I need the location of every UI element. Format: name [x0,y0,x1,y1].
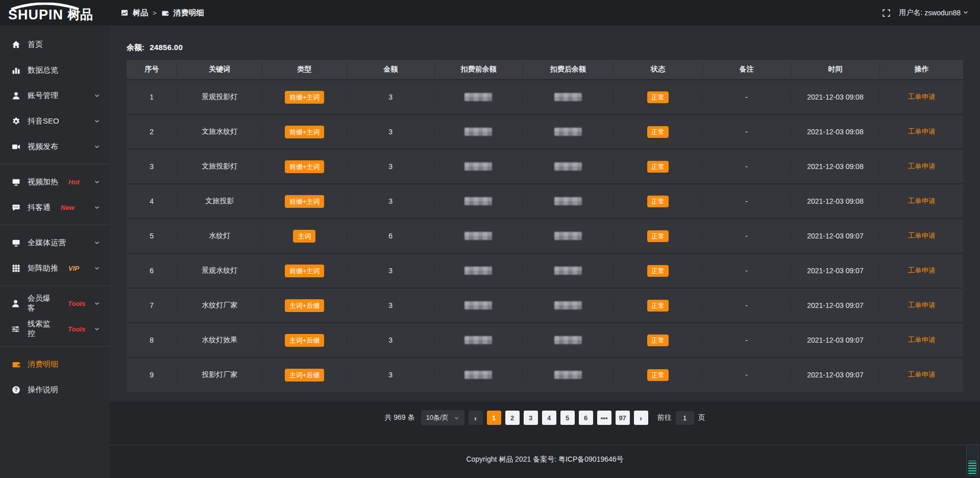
copyright-text: Copyright 树品 2021 备案号: 粤ICP备09019646号 [466,455,623,463]
sidebar-item-data-overview[interactable]: 数据总览 [0,57,110,83]
chevron-down-icon [92,179,102,185]
sidebar-item-lead-monitor[interactable]: 线索监控Tools [0,316,110,342]
sidebar-item-account-management[interactable]: 账号管理 [0,83,110,108]
logo-arc-icon [6,3,84,10]
work-order-link[interactable]: 工单申请 [908,301,936,309]
balance-after-cell [522,265,613,277]
fullscreen-icon[interactable] [882,9,891,17]
balance-label: 余额: [127,43,144,52]
sidebar: 首页数据总览账号管理抖音SEO视频发布视频加热Hot抖客通New全媒体运营矩阵助… [0,26,110,478]
brand-logo[interactable]: SHUPIN 树品 [0,0,110,26]
action-cell: 工单申请 [879,333,963,347]
censored-balance-before [464,371,492,379]
balance-after-cell [522,126,613,138]
sidebar-item-matrix-boost[interactable]: 矩阵助推VIP [0,255,110,281]
balance-before-cell [434,195,523,207]
sidebar-item-douketong[interactable]: 抖客通New [0,195,110,220]
sidebar-divider [0,225,110,225]
amount-cell: 3 [347,195,434,207]
action-cell: 工单申请 [879,195,963,208]
censored-balance-after [554,371,582,379]
chevron-down-icon [92,118,102,124]
floating-widget[interactable] [966,444,978,476]
page-ellipsis-button[interactable]: ••• [597,411,611,425]
sidebar-item-member-baoke[interactable]: 会员爆客Tools [0,291,110,316]
remark-cell: - [702,195,791,207]
work-order-link[interactable]: 工单申请 [908,232,936,240]
row-index-cell: 9 [127,369,177,381]
chevron-down-icon [92,144,102,150]
keyword-cell: 水纹灯厂家 [177,299,262,312]
breadcrumb-separator: > [153,9,157,17]
table-row: 3文旅投影灯前缀+主词3正常-2021-12-03 09:08工单申请 [127,149,963,183]
balance-before-cell [434,369,523,381]
user-menu[interactable]: 用户名: zswodun88 [899,8,969,17]
work-order-link[interactable]: 工单申请 [908,128,936,135]
work-order-link[interactable]: 工单申请 [908,197,936,205]
status-cell: 正常 [613,194,702,209]
chevron-down-icon [92,204,102,210]
page-button-6[interactable]: 6 [579,411,593,425]
page-button-97[interactable]: 97 [616,411,630,425]
prev-page-button[interactable]: ‹ [469,411,483,425]
chevron-down-icon [454,415,459,421]
content-panel: 余额: 24856.00 序号关键词类型金额扣费前余额扣费后余额状态备注时间操作… [110,26,980,401]
sidebar-item-video-publish[interactable]: 视频发布 [0,134,110,159]
type-badge: 主词 [293,230,315,243]
remark-cell: - [702,299,791,312]
time-cell: 2021-12-03 09:08 [791,91,880,103]
screen-icon [11,178,20,186]
keyword-cell: 景观投影灯 [177,90,262,104]
page-button-1[interactable]: 1 [487,411,501,425]
balance-before-cell [434,126,523,138]
work-order-link[interactable]: 工单申请 [908,336,936,344]
page-button-5[interactable]: 5 [560,411,575,425]
page-button-3[interactable]: 3 [524,411,538,425]
page-button-4[interactable]: 4 [542,411,556,425]
keyword-cell: 文旅水纹灯 [177,125,262,138]
work-order-link[interactable]: 工单申请 [908,267,936,274]
chevron-down-icon [92,92,102,99]
sidebar-item-video-heating[interactable]: 视频加热Hot [0,169,110,195]
sidebar-item-consumption-detail[interactable]: 消费明细 [0,351,110,377]
pagination-total: 共 969 条 [384,413,414,422]
sidebar-item-home[interactable]: 首页 [0,32,110,57]
table-row: 7水纹灯厂家主词+后缀3正常-2021-12-03 09:07工单申请 [127,288,963,322]
sidebar-item-omni-media-operation[interactable]: 全媒体运营 [0,230,110,255]
sidebar-item-tag: VIP [68,265,79,272]
type-cell: 主词+后缀 [262,332,347,349]
page-button-2[interactable]: 2 [505,411,520,425]
table-row: 1景观投影灯前缀+主词3正常-2021-12-03 09:08工单申请 [127,79,963,114]
sidebar-item-douyin-seo[interactable]: 抖音SEO [0,108,110,134]
censored-balance-after [554,93,582,101]
chevron-down-icon [963,9,969,17]
amount-cell: 6 [347,230,434,242]
type-badge: 前缀+主词 [285,195,325,208]
status-cell: 正常 [613,124,702,140]
goto-page-input[interactable] [676,411,694,425]
type-cell: 前缀+主词 [262,158,347,175]
chevron-down-icon [92,300,102,306]
sidebar-item-operation-guide[interactable]: ?操作说明 [0,377,110,402]
sidebar-item-label: 全媒体运营 [28,238,66,248]
time-cell: 2021-12-03 09:08 [791,195,880,207]
row-index-cell: 7 [127,299,177,312]
action-cell: 工单申请 [879,125,963,138]
next-page-button[interactable]: › [634,411,648,425]
time-cell: 2021-12-03 09:08 [791,160,880,173]
status-badge: 正常 [647,91,669,103]
keyword-cell: 文旅投影 [177,195,262,208]
work-order-link[interactable]: 工单申请 [908,93,936,101]
work-order-link[interactable]: 工单申请 [908,162,936,170]
table-row: 8水纹灯效果主词+后缀3正常-2021-12-03 09:07工单申请 [127,322,963,357]
remark-cell: - [702,91,791,103]
censored-balance-after [554,162,582,171]
sidebar-item-label: 首页 [28,40,43,50]
work-order-link[interactable]: 工单申请 [908,371,936,378]
breadcrumb-root[interactable]: 树品 [133,8,148,18]
sidebar-item-label: 账号管理 [28,91,58,101]
username-label: 用户名: [899,8,922,17]
page-size-select[interactable]: 10条/页 [421,410,464,425]
keyword-cell: 投影灯厂家 [177,368,262,381]
remark-cell: - [702,126,791,138]
